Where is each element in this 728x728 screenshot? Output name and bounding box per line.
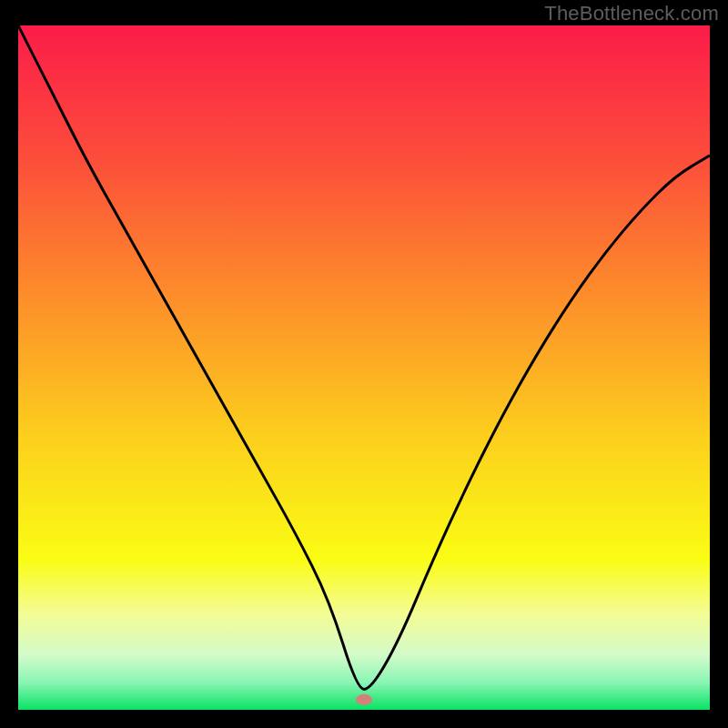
chart-frame: TheBottleneck.com — [0, 0, 728, 728]
bottleneck-chart — [18, 25, 710, 710]
bottleneck-marker — [356, 694, 372, 705]
watermark-text: TheBottleneck.com — [544, 2, 719, 25]
plot-area — [18, 25, 710, 710]
gradient-background — [18, 25, 710, 710]
